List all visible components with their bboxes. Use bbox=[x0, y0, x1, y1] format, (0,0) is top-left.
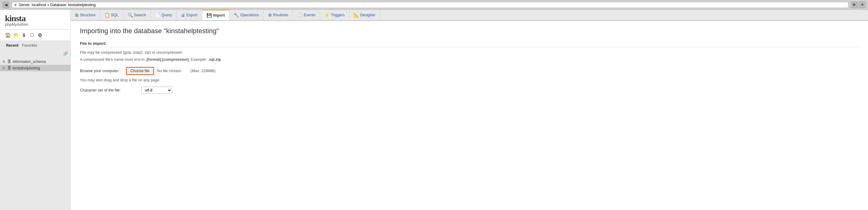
tab-import[interactable]: 💾 Import bbox=[202, 10, 229, 20]
sidebar-database-tree: ⊞ 🗄 information_schema ⊟ 🗄 kinstahelptes… bbox=[0, 57, 70, 210]
blank-icon[interactable]: □ bbox=[29, 32, 35, 38]
sidebar-logo-area: kinsta phpMyAdmin bbox=[0, 10, 70, 30]
operations-icon: 🔧 bbox=[234, 12, 239, 18]
charset-select[interactable]: utf-8 utf-16 latin1 ascii cp1252 bbox=[142, 86, 172, 94]
home-icon[interactable]: 🏠 bbox=[5, 32, 11, 38]
browser-chrome-bar: ◀ 🖥 Server: localhost » Database: kinsta… bbox=[0, 0, 868, 10]
back-button[interactable]: ◀ bbox=[2, 2, 9, 8]
tab-triggers-label: Triggers bbox=[331, 13, 345, 17]
tab-operations[interactable]: 🔧 Operations bbox=[229, 10, 264, 20]
page-title: Importing into the database "kinstahelpt… bbox=[80, 27, 859, 35]
designer-icon: 📐 bbox=[354, 12, 359, 18]
main-layout: kinsta phpMyAdmin 🏠 📁 ℹ □ ⚙ Recent Favor… bbox=[0, 10, 868, 210]
file-info-prefix: A compressed file's name must end in bbox=[80, 58, 146, 62]
drag-drop-text: You may also drag and drop a file on any… bbox=[80, 78, 859, 82]
no-file-text: No file chosen bbox=[157, 69, 181, 73]
gear-icon[interactable]: ⚙ bbox=[37, 32, 43, 38]
tab-search-label: Search bbox=[134, 13, 146, 17]
tab-routines-label: Routines bbox=[273, 13, 288, 17]
sidebar-tabs-row: Recent Favorites bbox=[0, 41, 70, 50]
tab-export[interactable]: 🖨 Export bbox=[177, 10, 202, 20]
tab-sql[interactable]: 📋 SQL bbox=[100, 10, 123, 20]
tab-import-label: Import bbox=[213, 13, 225, 18]
browse-label: Browse your computer: bbox=[80, 69, 123, 73]
file-info-suffix: . Example: bbox=[189, 58, 208, 62]
tree-item-kinstahelptesting[interactable]: ⊟ 🗄 kinstahelptesting bbox=[0, 65, 70, 71]
export-icon: 🖨 bbox=[181, 12, 185, 18]
events-icon: 🕐 bbox=[297, 12, 303, 18]
sidebar-expand-area: 🔗 bbox=[0, 50, 70, 57]
tab-favorites[interactable]: Favorites bbox=[21, 43, 38, 48]
routines-icon: ⚙ bbox=[268, 12, 272, 18]
content-body: Importing into the database "kinstahelpt… bbox=[71, 21, 868, 210]
tab-designer[interactable]: 📐 Designer bbox=[349, 10, 380, 20]
file-section-title: File to import: bbox=[80, 41, 859, 47]
charset-label: Character set of the file: bbox=[80, 88, 138, 93]
tab-operations-label: Operations bbox=[240, 13, 259, 17]
folder-icon[interactable]: 📁 bbox=[13, 32, 19, 38]
tab-events-label: Events bbox=[304, 13, 315, 17]
content-area: ⊞ Structure 📋 SQL 🔍 Search 📄 Query 🖨 Exp… bbox=[71, 10, 868, 210]
browser-nav: ◀ bbox=[2, 2, 9, 8]
tab-sql-label: SQL bbox=[111, 13, 119, 17]
tab-search[interactable]: 🔍 Search bbox=[123, 10, 151, 20]
link-icon[interactable]: 🔗 bbox=[63, 51, 68, 56]
tab-structure[interactable]: ⊞ Structure bbox=[71, 10, 100, 20]
db-icon: 🗄 bbox=[7, 59, 11, 64]
query-icon: 📄 bbox=[155, 12, 160, 18]
sidebar: kinsta phpMyAdmin 🏠 📁 ℹ □ ⚙ Recent Favor… bbox=[0, 10, 71, 210]
choose-file-button[interactable]: Choose file bbox=[126, 67, 154, 75]
db-icon: 🗄 bbox=[7, 66, 11, 70]
tab-events[interactable]: 🕐 Events bbox=[293, 10, 320, 20]
tab-structure-label: Structure bbox=[80, 13, 96, 17]
info-icon[interactable]: ℹ bbox=[21, 32, 27, 38]
charset-row: Character set of the file: utf-8 utf-16 … bbox=[80, 86, 859, 94]
file-upload-row: Browse your computer: Choose file No fil… bbox=[80, 67, 859, 75]
structure-icon: ⊞ bbox=[75, 12, 79, 18]
tab-recent[interactable]: Recent bbox=[5, 43, 20, 48]
tree-toggle-icon: ⊞ bbox=[2, 60, 6, 63]
db-name-kinstahelptesting: kinstahelptesting bbox=[12, 66, 40, 70]
search-icon: 🔍 bbox=[128, 12, 133, 18]
import-icon: 💾 bbox=[207, 13, 212, 18]
sidebar-quick-icons: 🏠 📁 ℹ □ ⚙ bbox=[0, 30, 70, 41]
settings-icon[interactable]: ⚙ bbox=[851, 2, 858, 8]
file-info-example: .sql.zip bbox=[208, 58, 221, 62]
tab-query[interactable]: 📄 Query bbox=[151, 10, 177, 20]
tab-query-label: Query bbox=[161, 13, 172, 17]
tree-toggle-icon: ⊟ bbox=[2, 66, 6, 70]
triggers-icon: ⚡ bbox=[324, 12, 330, 18]
address-bar[interactable]: 🖥 Server: localhost » Database: kinstahe… bbox=[12, 2, 848, 8]
tab-routines[interactable]: ⚙ Routines bbox=[264, 10, 293, 20]
window-close-icon[interactable]: ✕ bbox=[859, 2, 866, 8]
tab-export-label: Export bbox=[186, 13, 197, 17]
sql-icon: 📋 bbox=[104, 12, 110, 18]
tree-item-information-schema[interactable]: ⊞ 🗄 information_schema bbox=[0, 58, 70, 65]
server-icon: 🖥 bbox=[14, 3, 17, 6]
tab-triggers[interactable]: ⚡ Triggers bbox=[320, 10, 349, 20]
file-info-line2: A compressed file's name must end in .[f… bbox=[80, 57, 859, 63]
tab-designer-label: Designer bbox=[360, 13, 376, 17]
browser-toolbar-icons: ⚙ ✕ bbox=[851, 2, 866, 8]
file-info-bold: .[format].[compression] bbox=[146, 58, 189, 62]
address-text: Server: localhost » Database: kinstahelp… bbox=[19, 3, 96, 7]
max-size-text: (Max: 128MiB) bbox=[191, 69, 215, 73]
logo-phpmyadmin: phpMyAdmin bbox=[5, 22, 65, 27]
db-name-information-schema: information_schema bbox=[12, 60, 46, 64]
tab-bar: ⊞ Structure 📋 SQL 🔍 Search 📄 Query 🖨 Exp… bbox=[71, 10, 868, 21]
file-info-line1: File may be compressed (gzip, bzip2, zip… bbox=[80, 50, 859, 56]
